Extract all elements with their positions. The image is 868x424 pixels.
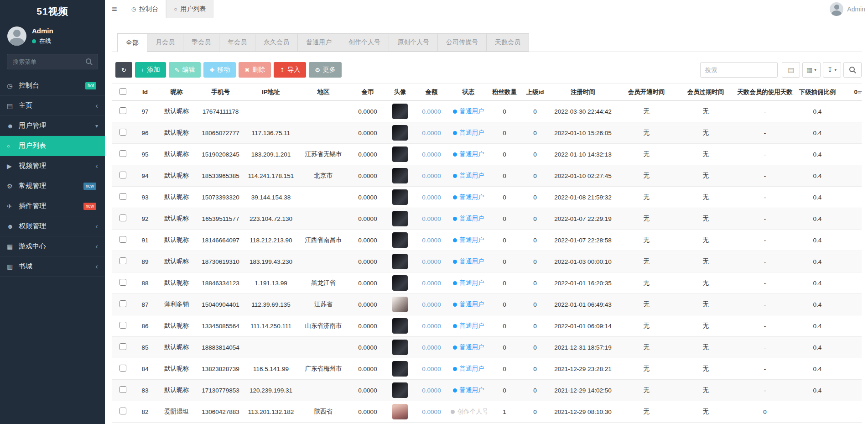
amount-link[interactable]: 0.0000 — [422, 130, 441, 136]
amount-link[interactable]: 0.0000 — [422, 344, 441, 351]
row-avatar-image[interactable] — [392, 382, 408, 398]
row-avatar-image[interactable] — [392, 340, 408, 355]
sidebar-item-general-management[interactable]: ⚙常规管理new — [0, 176, 105, 196]
amount-link[interactable]: 0.0000 — [422, 151, 441, 158]
row-avatar-image[interactable] — [392, 361, 408, 377]
filter-tab-5[interactable]: 普通用户 — [297, 33, 340, 52]
sidebar-item-book-city[interactable]: ▥书城‹ — [0, 256, 105, 277]
amount-link[interactable]: 0.0000 — [422, 173, 441, 179]
row-checkbox[interactable] — [120, 172, 126, 178]
search-button[interactable] — [843, 62, 862, 78]
filter-tab-1[interactable]: 月会员 — [147, 33, 183, 52]
row-checkbox[interactable] — [120, 129, 126, 136]
toggle-view-button[interactable]: ▤ — [782, 62, 800, 78]
amount-link[interactable]: 0.0000 — [422, 280, 441, 287]
export-button[interactable]: ↧▾ — [823, 62, 841, 78]
filter-tab-4[interactable]: 永久会员 — [255, 33, 298, 52]
sidebar-item-game-center[interactable]: ▦游戏中心‹ — [0, 236, 105, 256]
filter-tab-6[interactable]: 创作个人号 — [340, 33, 389, 52]
search-icon[interactable] — [86, 58, 92, 65]
cell-ratio: 0.4 — [795, 122, 840, 144]
add-button[interactable]: +添加 — [135, 62, 166, 78]
circle-icon: ○ — [7, 143, 19, 149]
row-checkbox[interactable] — [120, 107, 126, 114]
row-avatar-image[interactable] — [392, 189, 408, 205]
delete-button[interactable]: ✖删除 — [239, 62, 271, 78]
row-checkbox[interactable] — [120, 408, 126, 414]
cell-days: - — [735, 122, 795, 144]
amount-link[interactable]: 0.0000 — [422, 108, 441, 115]
row-checkbox[interactable] — [120, 279, 126, 286]
column-header-coin: 金币 — [349, 84, 386, 101]
status-badge: 普通用户 — [453, 236, 484, 244]
amount-link[interactable]: 0.0000 — [422, 258, 441, 265]
row-avatar-image[interactable] — [392, 232, 408, 248]
row-avatar-image[interactable] — [392, 275, 408, 291]
edit-button[interactable]: ✎编辑 — [169, 62, 201, 78]
amount-link[interactable]: 0.0000 — [422, 301, 441, 308]
sidebar-item-plugin-management[interactable]: ✈插件管理new — [0, 196, 105, 216]
topbar-user[interactable]: Admin — [830, 0, 865, 18]
sidebar-item-dashboard[interactable]: ◷控制台hot — [0, 76, 105, 96]
row-checkbox[interactable] — [120, 150, 126, 157]
columns-button[interactable]: ▦▾ — [802, 62, 821, 78]
filter-tab-8[interactable]: 公司传媒号 — [437, 33, 487, 52]
row-avatar-image[interactable] — [392, 404, 408, 419]
row-avatar-image[interactable] — [392, 147, 408, 162]
sidebar-item-user-management[interactable]: ☻用户管理▾ — [0, 116, 105, 136]
chevron-left-icon: ‹ — [95, 102, 98, 110]
row-checkbox[interactable] — [120, 236, 126, 243]
sidebar-item-label: 常规管理 — [19, 182, 83, 190]
cell-avatar — [386, 358, 414, 380]
amount-link[interactable]: 0.0000 — [422, 323, 441, 330]
table-row: 84默认昵称13823828739116.5.141.99广东省梅州市0.000… — [112, 358, 862, 380]
row-checkbox[interactable] — [120, 386, 126, 393]
row-avatar-image[interactable] — [392, 104, 408, 119]
amount-link[interactable]: 0.0000 — [422, 194, 441, 201]
tab-console[interactable]: ◷控制台 — [124, 0, 166, 18]
row-avatar-image[interactable] — [392, 297, 408, 312]
move-button[interactable]: ✚移动 — [203, 62, 236, 78]
refresh-button[interactable]: ↻ — [115, 62, 132, 78]
tab-user-list[interactable]: ○用户列表 — [166, 0, 213, 18]
sidebar-search-input[interactable] — [7, 54, 98, 69]
filter-tab-3[interactable]: 年会员 — [219, 33, 255, 52]
row-checkbox[interactable] — [120, 365, 126, 372]
row-checkbox[interactable] — [120, 257, 126, 264]
amount-link[interactable]: 0.0000 — [422, 215, 441, 222]
amount-link[interactable]: 0.0000 — [422, 408, 441, 415]
filter-tab-0[interactable]: 全部 — [117, 33, 147, 52]
select-all-checkbox[interactable] — [120, 88, 126, 95]
amount-link[interactable]: 0.0000 — [422, 387, 441, 394]
search-icon — [849, 67, 856, 73]
sidebar-item-permission-management[interactable]: ☻权限管理‹ — [0, 216, 105, 236]
row-checkbox[interactable] — [120, 215, 126, 221]
user-icon: ☻ — [7, 122, 19, 130]
table-search-input[interactable] — [700, 62, 778, 78]
row-avatar-image[interactable] — [392, 254, 408, 269]
sidebar-item-user-list[interactable]: ○用户列表 — [0, 136, 105, 156]
amount-link[interactable]: 0.0000 — [422, 366, 441, 372]
row-avatar-image[interactable] — [392, 125, 408, 141]
row-checkbox[interactable] — [120, 322, 126, 329]
cell-ratio: 0.4 — [795, 337, 840, 358]
cell-phone: 18065072777 — [197, 122, 244, 144]
row-avatar-image[interactable] — [392, 168, 408, 183]
row-checkbox[interactable] — [120, 343, 126, 350]
filter-tab-2[interactable]: 季会员 — [183, 33, 219, 52]
import-button[interactable]: ↥导入 — [274, 62, 306, 78]
row-avatar-image[interactable] — [392, 211, 408, 226]
cell-coin: 0.0000 — [349, 208, 386, 230]
more-button[interactable]: ⚙更多 — [309, 62, 342, 78]
row-checkbox[interactable] — [120, 193, 126, 200]
cell-coin: 0.0000 — [349, 337, 386, 358]
filter-tab-7[interactable]: 原创个人号 — [389, 33, 438, 52]
sidebar-item-home[interactable]: ▤主页‹ — [0, 96, 105, 116]
cell-ratio: 0.4 — [795, 101, 840, 122]
row-checkbox[interactable] — [120, 300, 126, 307]
sidebar-item-video-management[interactable]: ▶视频管理‹ — [0, 156, 105, 176]
filter-tab-9[interactable]: 天数会员 — [486, 33, 529, 52]
hamburger-icon[interactable]: ≡ — [105, 0, 124, 18]
row-avatar-image[interactable] — [392, 318, 408, 334]
amount-link[interactable]: 0.0000 — [422, 237, 441, 244]
